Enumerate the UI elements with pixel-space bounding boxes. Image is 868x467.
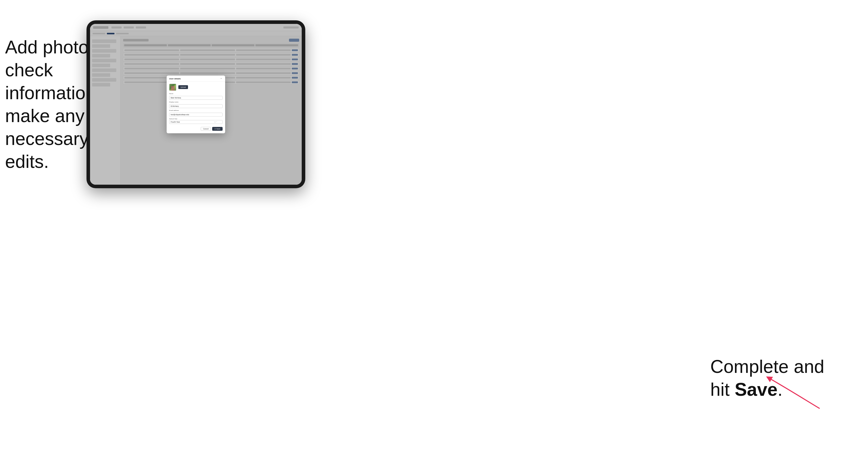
user-details-modal: User details × Upload Name bbox=[167, 75, 225, 133]
name-label: Name bbox=[169, 93, 223, 94]
name-input[interactable] bbox=[169, 96, 223, 100]
display-name-input[interactable] bbox=[169, 104, 223, 108]
school-year-select[interactable]: Fourth Year × ⌃ bbox=[169, 120, 223, 124]
upload-photo-button[interactable]: Upload bbox=[178, 85, 188, 89]
annotation-right-text2: . bbox=[777, 379, 782, 400]
select-controls: × ⌃ bbox=[214, 121, 217, 123]
chevron-down-icon[interactable]: ⌃ bbox=[216, 121, 217, 123]
photo-section: Upload bbox=[169, 84, 223, 91]
display-name-label: Display name bbox=[169, 101, 223, 103]
display-name-field-group: Display name bbox=[169, 101, 223, 108]
tablet-device: User details × Upload Name bbox=[87, 20, 305, 188]
save-icon: ⬆ bbox=[214, 128, 216, 130]
modal-header: User details × bbox=[167, 75, 225, 82]
modal-title: User details bbox=[169, 77, 181, 80]
school-year-label: School Year bbox=[169, 118, 223, 120]
school-year-field-group: School Year Fourth Year × ⌃ bbox=[169, 118, 223, 124]
select-clear-icon[interactable]: × bbox=[214, 121, 215, 123]
modal-close-button[interactable]: × bbox=[221, 77, 223, 80]
school-year-value: Fourth Year bbox=[171, 121, 180, 123]
modal-overlay: User details × Upload Name bbox=[90, 24, 302, 185]
user-photo-thumbnail bbox=[169, 84, 176, 91]
email-label: Email address bbox=[169, 110, 223, 111]
school-year-select-wrapper: Fourth Year × ⌃ bbox=[169, 120, 223, 124]
app-background: User details × Upload Name bbox=[90, 24, 302, 185]
modal-body: Upload Name Display name bbox=[167, 82, 225, 133]
save-button[interactable]: ⬆ Save bbox=[212, 127, 223, 131]
name-field-group: Name bbox=[169, 93, 223, 100]
tablet-screen: User details × Upload Name bbox=[90, 24, 302, 185]
save-button-label: Save bbox=[216, 128, 220, 130]
annotation-right: Complete and hit Save. bbox=[710, 355, 843, 401]
email-input[interactable] bbox=[169, 113, 223, 117]
modal-footer: Cancel ⬆ Save bbox=[169, 125, 223, 131]
email-field-group: Email address bbox=[169, 110, 223, 117]
cancel-button[interactable]: Cancel bbox=[201, 127, 211, 131]
annotation-right-bold: Save bbox=[735, 379, 777, 400]
